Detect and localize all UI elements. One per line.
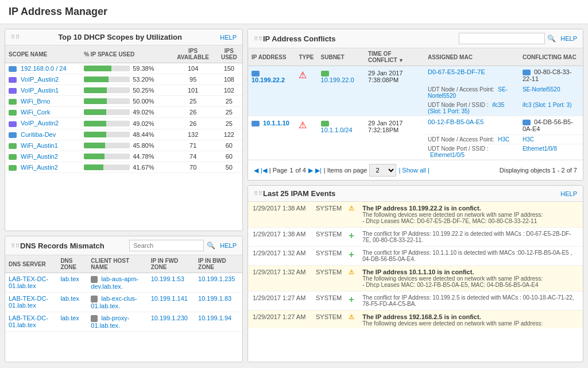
conflicts-panel-title: IP Address Conflicts: [263, 34, 335, 43]
event-icon-cell: ⚠: [346, 202, 358, 228]
ip-bwd-link[interactable]: 10.199.1.235: [198, 275, 235, 282]
sub-conflict-2-link[interactable]: Ethernet1/0/8: [523, 145, 557, 152]
scope-name-link[interactable]: Curitiba-Dev: [21, 131, 56, 138]
conflicts-search-icon[interactable]: 🔍: [547, 34, 556, 43]
scope-icon: [9, 110, 17, 116]
scope-icon: [9, 99, 17, 105]
event-datetime: 1/29/2017 1:38 AM: [248, 228, 311, 247]
scope-name-link[interactable]: WiFi_Brno: [21, 98, 50, 105]
scope-name-link[interactable]: 192.168.0.0 / 24: [21, 65, 67, 72]
ips-available: 132: [171, 129, 216, 140]
event-message-bold: The IP address 10.199.22.2 is in confict…: [362, 205, 578, 212]
dns-server-link[interactable]: LAB-TEX-DC-01.lab.tex: [9, 295, 48, 309]
dns-host-link[interactable]: lab-exc-clus-01.lab.tex.: [91, 295, 137, 309]
page-of: of 4: [296, 167, 306, 174]
dns-zone-link[interactable]: lab.tex: [60, 315, 79, 321]
event-message-detail: The following devices were detected on n…: [362, 275, 578, 282]
show-all-link[interactable]: | Show all |: [399, 167, 429, 174]
dhcp-panel: ⠿⠿ Top 10 DHCP Scopes by Utilization HEL…: [5, 29, 243, 231]
pct-value: 44.78%: [133, 153, 154, 160]
dhcp-help[interactable]: HELP: [220, 34, 237, 41]
sub-assigned-2-link[interactable]: Ethernet1/0/5: [430, 152, 465, 158]
conflict-ip-link[interactable]: 10.1.1.10: [263, 120, 289, 126]
scope-name-link[interactable]: WiFi_Austin2: [21, 164, 58, 171]
pct-value: 50.00%: [133, 98, 154, 105]
ip-fwd-link[interactable]: 10.199.1.53: [151, 275, 184, 282]
events-panel-title: Last 25 IPAM Events: [263, 189, 335, 198]
event-icon-cell: ⚠: [346, 266, 358, 292]
node-label: UDT Node / Access Point:: [428, 86, 494, 93]
warn-icon: ⚠: [349, 313, 354, 320]
scope-name-link[interactable]: WiFi_Austin1: [21, 142, 58, 149]
conflict-ip-link[interactable]: 10.199.22.2: [252, 76, 285, 83]
dns-host-icon: [91, 315, 98, 322]
ips-available: 71: [171, 140, 216, 151]
pct-value: 59.38%: [133, 65, 154, 72]
event-system: SYSTEM: [311, 202, 346, 228]
dns-host-link[interactable]: lab-aus-apm-dev.lab.tex.: [91, 275, 138, 290]
conflict-time: 29 Jan 2017 7:32:18PM: [368, 120, 403, 133]
conflict-type-icon: ⚠: [299, 70, 307, 80]
dns-zone-link[interactable]: lab.tex: [60, 295, 79, 302]
ips-used: 50: [216, 162, 242, 172]
conf-col-conflicting: CONFLICTING MAC: [519, 48, 583, 66]
page-first[interactable]: ◀: [254, 167, 258, 174]
page-items-label: | Items on page: [324, 167, 368, 174]
sub-conflict-1-link[interactable]: SE-Nortel5520: [523, 86, 560, 93]
dns-search-input[interactable]: [129, 240, 204, 251]
dns-host-icon: [91, 276, 98, 283]
event-message-extra: - Dhcp Leases MAC: D0-67-E5-2B-DF-7E, MA…: [362, 218, 578, 224]
ips-used: 60: [216, 140, 242, 151]
events-help[interactable]: HELP: [560, 190, 577, 197]
ips-used: 150: [216, 63, 242, 74]
conflicts-table: IP ADDRESS TYPE SUBNET TIME OF CONFLICT …: [248, 48, 583, 160]
plus-icon: +: [349, 231, 354, 240]
event-icon-cell: +: [346, 292, 358, 310]
warn-icon: ⚠: [349, 205, 354, 212]
scope-name-link[interactable]: VoIP_Austin2: [21, 76, 59, 83]
table-row: VoIP_Austin2 53.20% 95 108: [5, 74, 242, 85]
ip-fwd-link[interactable]: 10.199.1.141: [151, 295, 188, 302]
dns-help[interactable]: HELP: [220, 242, 237, 249]
table-row: 10.1.1.10 ⚠ 10.1.1.0/24 29 Jan 2017 7:32…: [248, 116, 583, 135]
page-prev[interactable]: |◀: [261, 167, 267, 174]
node-label: UDT Node / Access Point:: [428, 136, 494, 143]
sub-assigned-1-link[interactable]: H3C: [498, 136, 509, 143]
event-system: SYSTEM: [311, 266, 346, 292]
dns-server-link[interactable]: LAB-TEX-DC-01.lab.tex: [9, 275, 48, 289]
conflicts-help[interactable]: HELP: [560, 35, 577, 42]
dns-col-server: DNS SERVER: [5, 255, 57, 273]
ip-fwd-link[interactable]: 10.199.1.230: [151, 315, 188, 321]
conflict-time: 29 Jan 2017 7:38:08PM: [368, 70, 403, 83]
ip-bwd-link[interactable]: 10.199.1.94: [198, 315, 231, 321]
scope-name-link[interactable]: VoIP_Austin2: [21, 120, 59, 126]
network-icon: [321, 121, 329, 126]
page-items-select[interactable]: 2510: [369, 164, 396, 177]
dns-server-link[interactable]: LAB-TEX-DC-01.lab.tex: [9, 315, 48, 328]
page-last[interactable]: ▶|: [315, 167, 322, 174]
page-label: | Page: [269, 167, 288, 174]
dns-zone-link[interactable]: lab.tex: [60, 275, 79, 282]
ip-bwd-link[interactable]: 10.199.1.83: [198, 295, 231, 302]
list-item: 1/29/2017 1:27 AM SYSTEM + The conflict …: [248, 292, 583, 310]
scope-name-link[interactable]: VoIP_Austin1: [21, 87, 59, 94]
sub-conflict-2-link[interactable]: ifc3 (Slot: 1 Port: 3): [523, 102, 572, 108]
page-next[interactable]: ▶: [308, 167, 313, 174]
conf-col-time[interactable]: TIME OF CONFLICT: [365, 48, 424, 66]
plus-icon: +: [349, 294, 354, 304]
page-current: 1: [289, 167, 293, 174]
conflict-subnet-link[interactable]: 10.1.1.0/24: [321, 126, 353, 133]
scope-name-link[interactable]: WiFi_Cork: [21, 109, 50, 116]
sub-conflict-1-link[interactable]: H3C: [523, 136, 534, 143]
app-title: IP Address Manager: [0, 0, 588, 24]
event-system: SYSTEM: [311, 228, 346, 247]
scope-name-link[interactable]: WiFi_Austin2: [21, 153, 58, 160]
conflict-subnet-link[interactable]: 10.199.22.0: [321, 76, 354, 83]
conflicts-search-input[interactable]: [459, 33, 545, 44]
dhcp-table: SCOPE NAME % IP SPACE USED IPSAVAILABLE …: [5, 45, 242, 173]
dhcp-col-name: SCOPE NAME: [5, 45, 80, 63]
pct-value: 53.20%: [133, 76, 154, 83]
scope-icon: [9, 66, 17, 72]
search-icon[interactable]: 🔍: [207, 241, 215, 250]
scope-icon: [9, 165, 17, 171]
